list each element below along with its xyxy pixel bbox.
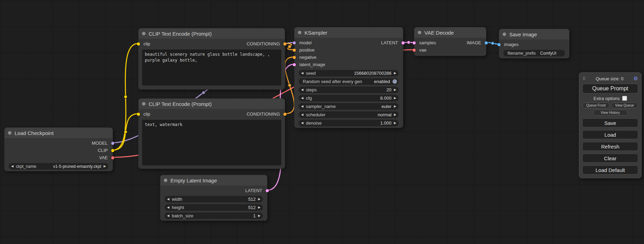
- arrow-right-icon[interactable]: ▶: [394, 121, 396, 125]
- widget-value: 156680208700286: [354, 71, 391, 76]
- node-title-bar[interactable]: CLIP Text Encode (Prompt): [139, 99, 285, 109]
- conditioning-output-dot[interactable]: [283, 42, 286, 45]
- view-queue-button[interactable]: View Queue: [611, 102, 638, 108]
- arrow-right-icon[interactable]: ▶: [394, 113, 396, 116]
- node-load-checkpoint[interactable]: Load Checkpoint MODEL CLIP VAE ◀ ckpt_na…: [4, 127, 113, 171]
- arrow-left-icon[interactable]: ◀: [301, 113, 303, 116]
- node-clip-text-encode-positive[interactable]: CLIP Text Encode (Prompt) clip CONDITION…: [138, 28, 285, 90]
- clear-button[interactable]: Clear: [582, 154, 638, 163]
- toggle-dot-icon[interactable]: [392, 79, 397, 84]
- input-label-positive: positive: [299, 47, 315, 53]
- arrow-right-icon[interactable]: ▶: [258, 214, 261, 217]
- widget-denoise[interactable]: ◀ denoise 1.000 ▶: [299, 120, 399, 126]
- collapse-dot-icon[interactable]: [298, 31, 301, 34]
- load-button[interactable]: Load: [582, 130, 638, 139]
- samples-input-dot[interactable]: [413, 41, 416, 44]
- positive-prompt-textarea[interactable]: beautiful scenery nature glass bottle la…: [142, 49, 281, 85]
- node-clip-text-encode-negative[interactable]: CLIP Text Encode (Prompt) clip CONDITION…: [138, 98, 285, 169]
- arrow-right-icon[interactable]: ▶: [104, 165, 106, 168]
- node-vae-decode[interactable]: VAE Decode samples IMAGE vae: [414, 27, 486, 56]
- collapse-dot-icon[interactable]: [8, 131, 11, 135]
- arrow-right-icon[interactable]: ▶: [394, 105, 396, 108]
- node-title-bar[interactable]: Save Image: [499, 29, 569, 39]
- widget-value: 512: [248, 197, 256, 202]
- collapse-dot-icon[interactable]: [142, 102, 145, 106]
- node-title-bar[interactable]: VAE Decode: [414, 27, 486, 38]
- arrow-left-icon[interactable]: ◀: [301, 97, 303, 100]
- refresh-button[interactable]: Refresh: [582, 142, 638, 151]
- arrow-left-icon[interactable]: ◀: [11, 165, 14, 168]
- node-title: KSampler: [305, 30, 327, 36]
- negative-prompt-textarea[interactable]: text, watermark: [142, 120, 281, 165]
- arrow-right-icon[interactable]: ▶: [258, 198, 261, 201]
- node-title-bar[interactable]: CLIP Text Encode (Prompt): [139, 28, 285, 39]
- widget-sampler-name[interactable]: ◀ sampler_name euler ▶: [299, 103, 399, 110]
- widget-random-seed-toggle[interactable]: Random seed after every gen enabled: [299, 78, 399, 85]
- collapse-dot-icon[interactable]: [503, 33, 506, 36]
- latent-image-input-dot[interactable]: [293, 63, 296, 66]
- widget-value: ComfyUI: [540, 51, 556, 56]
- latent-output-dot[interactable]: [402, 41, 405, 44]
- settings-gear-icon[interactable]: ⚙: [634, 75, 638, 82]
- widget-cfg[interactable]: ◀ cfg 8.000 ▶: [299, 95, 399, 101]
- save-button[interactable]: Save: [582, 118, 638, 127]
- widget-label: width: [172, 197, 182, 202]
- node-title: Save Image: [509, 31, 537, 37]
- extra-options-checkbox[interactable]: [622, 96, 627, 101]
- node-title-bar[interactable]: Empty Latent Image: [160, 175, 267, 186]
- conditioning-output-dot[interactable]: [283, 112, 286, 116]
- arrow-left-icon[interactable]: ◀: [301, 105, 303, 108]
- negative-input-dot[interactable]: [293, 56, 296, 59]
- arrow-left-icon[interactable]: ◀: [301, 121, 303, 125]
- collapse-dot-icon[interactable]: [142, 32, 145, 35]
- latent-output-dot[interactable]: [266, 189, 269, 192]
- image-output-dot[interactable]: [485, 41, 488, 44]
- widget-batch-size[interactable]: ◀ batch_size 1 ▶: [165, 213, 263, 219]
- link-midpoint-dot: [288, 45, 291, 48]
- arrow-left-icon[interactable]: ◀: [167, 198, 169, 201]
- widget-seed[interactable]: ◀ seed 156680208700286 ▶: [299, 70, 399, 76]
- output-label-latent: LATENT: [245, 188, 262, 193]
- node-ksampler[interactable]: KSampler model LATENT positive negative …: [294, 27, 403, 128]
- drag-handle-icon[interactable]: ⠿: [582, 76, 586, 81]
- clip-input-dot[interactable]: [137, 112, 140, 116]
- input-label-images: images: [504, 42, 519, 47]
- vae-input-dot[interactable]: [413, 48, 416, 52]
- node-title: CLIP Text Encode (Prompt): [149, 101, 212, 107]
- arrow-right-icon[interactable]: ▶: [394, 97, 396, 100]
- queue-prompt-button[interactable]: Queue Prompt: [582, 84, 638, 93]
- vae-output-dot[interactable]: [111, 156, 114, 159]
- clip-output-dot[interactable]: [111, 149, 114, 152]
- widget-height[interactable]: ◀ height 512 ▶: [165, 204, 263, 211]
- arrow-right-icon[interactable]: ▶: [394, 88, 396, 91]
- arrow-left-icon[interactable]: ◀: [301, 88, 303, 91]
- node-title-bar[interactable]: KSampler: [294, 27, 403, 38]
- collapse-dot-icon[interactable]: [164, 179, 167, 182]
- arrow-right-icon[interactable]: ▶: [394, 72, 396, 75]
- images-input-dot[interactable]: [497, 43, 501, 46]
- node-title-bar[interactable]: Load Checkpoint: [5, 128, 113, 138]
- graph-canvas[interactable]: { "colors": { "model": "#B39DDB", "clip"…: [0, 0, 644, 244]
- view-history-button[interactable]: View History: [593, 110, 628, 116]
- positive-input-dot[interactable]: [293, 48, 296, 52]
- widget-steps[interactable]: ◀ steps 20 ▶: [299, 87, 399, 93]
- node-save-image[interactable]: Save Image images filename_prefix ComfyU…: [499, 29, 570, 58]
- arrow-left-icon[interactable]: ◀: [301, 72, 303, 75]
- widget-ckpt-name[interactable]: ◀ ckpt_name v1-5-pruned-emaonly.ckpt ▶: [9, 163, 108, 170]
- model-input-dot[interactable]: [293, 41, 296, 44]
- widget-filename-prefix[interactable]: filename_prefix ComfyUI: [503, 50, 565, 56]
- queue-front-button[interactable]: Queue Front: [582, 102, 610, 108]
- node-title: Empty Latent Image: [170, 178, 217, 183]
- arrow-left-icon[interactable]: ◀: [167, 214, 169, 217]
- node-empty-latent-image[interactable]: Empty Latent Image LATENT ◀ width 512 ▶ …: [160, 175, 267, 221]
- link-midpoint-dot: [407, 41, 410, 44]
- arrow-right-icon[interactable]: ▶: [258, 206, 261, 209]
- widget-width[interactable]: ◀ width 512 ▶: [165, 196, 263, 202]
- widget-scheduler[interactable]: ◀ scheduler normal ▶: [299, 111, 399, 118]
- model-output-dot[interactable]: [111, 142, 114, 145]
- collapse-dot-icon[interactable]: [418, 31, 421, 34]
- arrow-left-icon[interactable]: ◀: [167, 206, 169, 209]
- output-label-clip: CLIP: [98, 148, 108, 153]
- clip-input-dot[interactable]: [137, 42, 140, 45]
- load-default-button[interactable]: Load Default: [582, 165, 638, 174]
